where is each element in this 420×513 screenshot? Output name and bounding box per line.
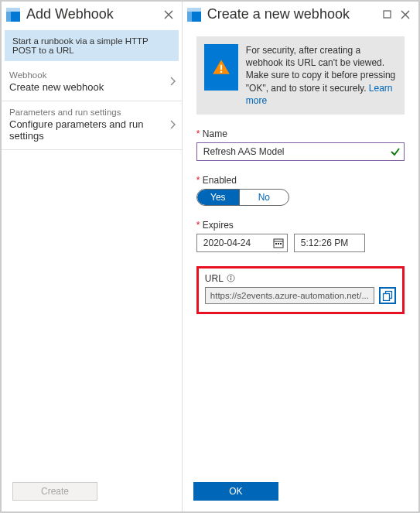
- toggle-yes[interactable]: Yes: [197, 190, 240, 205]
- nav-item-webhook[interactable]: Webhook Create new webhook: [2, 64, 182, 101]
- create-webhook-pane: Create a new webhook For security, after…: [183, 2, 418, 511]
- pane-title: Add Webhook: [26, 6, 157, 22]
- check-icon: [390, 146, 401, 157]
- copy-button[interactable]: [379, 287, 396, 304]
- svg-rect-4: [187, 8, 201, 12]
- enabled-field: * Enabled Yes No: [196, 175, 405, 206]
- name-value: Refresh AAS Model: [203, 146, 390, 157]
- chevron-right-icon: [169, 77, 176, 86]
- footer: OK: [183, 482, 418, 501]
- ok-button[interactable]: OK: [193, 482, 278, 501]
- svg-rect-18: [384, 293, 390, 300]
- close-icon[interactable]: [398, 8, 412, 22]
- toggle-no[interactable]: No: [240, 190, 289, 205]
- content-area: For security, after creating a webhook i…: [183, 26, 418, 511]
- svg-rect-16: [230, 278, 231, 281]
- pane-title: Create a new webhook: [207, 6, 375, 22]
- pane-header: Create a new webhook: [183, 2, 418, 26]
- create-button[interactable]: Create: [12, 482, 97, 501]
- name-field: * Name Refresh AAS Model: [196, 128, 405, 161]
- blade-icon: [187, 8, 201, 22]
- nav-label: Parameters and run settings: [9, 108, 169, 118]
- close-icon[interactable]: [162, 8, 176, 22]
- expires-date-value: 2020-04-24: [203, 238, 273, 248]
- calendar-icon: [273, 238, 284, 248]
- svg-point-15: [230, 276, 231, 278]
- url-block: URL https://s2events.azure-automation.ne…: [196, 266, 405, 314]
- svg-rect-6: [384, 11, 391, 18]
- info-icon[interactable]: [227, 274, 235, 282]
- copy-icon: [382, 290, 393, 301]
- maximize-icon[interactable]: [380, 8, 394, 22]
- description-band: Start a runbook via a simple HTTP POST t…: [5, 30, 179, 61]
- expires-time-input[interactable]: 5:12:26 PM: [294, 234, 365, 252]
- name-input[interactable]: Refresh AAS Model: [196, 142, 405, 161]
- blade-icon: [6, 8, 20, 22]
- expires-date-input[interactable]: 2020-04-24: [196, 234, 288, 252]
- nav-label: Webhook: [9, 70, 169, 81]
- footer: Create: [2, 482, 182, 501]
- add-webhook-pane: Add Webhook Start a runbook via a simple…: [2, 2, 183, 511]
- nav-value: Configure parameters and run settings: [9, 118, 169, 142]
- expires-time-value: 5:12:26 PM: [301, 238, 348, 248]
- enabled-toggle[interactable]: Yes No: [196, 189, 289, 206]
- url-label: URL: [205, 273, 224, 284]
- enabled-label: Enabled: [203, 175, 237, 186]
- chevron-right-icon: [169, 120, 176, 129]
- svg-rect-2: [6, 12, 11, 22]
- pane-header: Add Webhook: [2, 2, 182, 26]
- svg-rect-1: [6, 8, 20, 12]
- name-label: Name: [203, 128, 227, 139]
- svg-rect-12: [278, 243, 279, 245]
- url-value: https://s2events.azure-automation.net/..…: [210, 291, 369, 300]
- url-input[interactable]: https://s2events.azure-automation.net/..…: [205, 287, 374, 304]
- svg-rect-13: [280, 243, 282, 245]
- info-text: For security, after creating a webhook i…: [246, 44, 397, 107]
- expires-label: Expires: [203, 220, 234, 231]
- nav-value: Create new webhook: [9, 81, 169, 93]
- svg-rect-8: [220, 71, 222, 73]
- svg-rect-5: [187, 12, 192, 22]
- info-box: For security, after creating a webhook i…: [196, 36, 405, 115]
- svg-rect-11: [275, 243, 277, 245]
- nav-item-parameters[interactable]: Parameters and run settings Configure pa…: [2, 101, 182, 150]
- expires-field: * Expires 2020-04-24 5:12:26 PM: [196, 220, 405, 252]
- svg-rect-7: [220, 65, 222, 70]
- warning-icon: [204, 44, 238, 91]
